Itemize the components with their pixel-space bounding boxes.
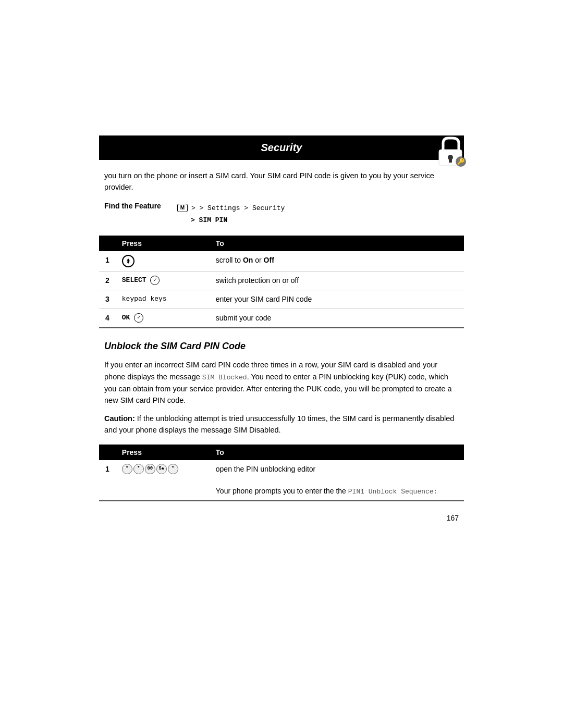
key-sequence: * * 00 5▲ * [122, 464, 178, 474]
table-row: 1 * * 00 5▲ * open the PIN unblocking ed… [99, 460, 464, 501]
to-cell: enter your SIM card PIN code [210, 290, 464, 309]
find-feature-value: M > > Settings > Security > SIM PIN [177, 202, 285, 227]
table-header-to: To [210, 445, 464, 460]
row-num: 3 [99, 290, 116, 309]
key-5: * [168, 464, 178, 474]
sim-blocked-text: SIM Blocked [202, 374, 247, 381]
press-cell: * * 00 5▲ * [116, 460, 210, 501]
section-paragraph-1: If you enter an incorrect SIM card PIN c… [99, 359, 464, 406]
table-row: 4 OK ✓ submit your code [99, 309, 464, 328]
table-header-num [99, 445, 116, 460]
key-4: 5▲ [156, 464, 167, 474]
caution-paragraph: Caution: If the unblocking attempt is tr… [99, 413, 464, 436]
sim-disabled-text: SIM Disabled [234, 426, 278, 434]
svg-marker-5 [127, 258, 130, 261]
to-cell: switch protection on or off [210, 272, 464, 290]
find-feature-section: Find the Feature M > > Settings > Securi… [99, 202, 464, 227]
press-cell: OK ✓ [116, 309, 210, 328]
feature-subpath: > SIM PIN [191, 216, 227, 224]
page-container: Security 🔑 you turn on the phone or inse… [99, 0, 464, 728]
to-cell: submit your code [210, 309, 464, 328]
table-row: 1 scroll to On or Off [99, 251, 464, 272]
table-header-press: Press [116, 236, 210, 251]
first-instruction-table: Press To 1 scroll to On or Off [99, 236, 464, 328]
second-instruction-table: Press To 1 * * 00 5▲ * open th [99, 445, 464, 502]
section-title: Security [109, 142, 454, 154]
svg-marker-6 [127, 262, 130, 264]
svg-rect-2 [449, 158, 452, 163]
table-row: 3 keypad keys enter your SIM card PIN co… [99, 290, 464, 309]
security-header: Security 🔑 [99, 135, 464, 160]
intro-paragraph: you turn on the phone or insert a SIM ca… [99, 170, 464, 193]
pin-unblock-sequence: PIN1 Unblock Sequence: [348, 488, 438, 496]
row-num: 1 [99, 460, 116, 501]
table-header-press: Press [116, 445, 210, 460]
caution-label: Caution: [104, 414, 135, 423]
key-3: 00 [145, 464, 155, 474]
table-header-to: To [210, 236, 464, 251]
svg-point-7 [127, 261, 129, 262]
press-cell: keypad keys [116, 290, 210, 309]
to-cell: scroll to On or Off [210, 251, 464, 272]
table-header-num [99, 236, 116, 251]
key-2: * [133, 464, 144, 474]
page-number: 167 [99, 514, 464, 522]
row-num: 2 [99, 272, 116, 290]
svg-text:🔑: 🔑 [457, 157, 465, 165]
lock-icon: 🔑 [434, 133, 469, 168]
press-cell: SELECT ✓ [116, 272, 210, 290]
row-num: 4 [99, 309, 116, 328]
to-line2: Your phone prompts you to enter the [216, 487, 334, 495]
key-1: * [122, 464, 132, 474]
table-row: 2 SELECT ✓ switch protection on or off [99, 272, 464, 290]
to-cell: open the PIN unblocking editor Your phon… [210, 460, 464, 501]
feature-path: > > Settings > Security [191, 204, 285, 212]
to-line1: open the PIN unblocking editor [216, 465, 315, 473]
section-heading: Unblock the SIM Card PIN Code [99, 341, 464, 352]
find-feature-label: Find the Feature [104, 202, 177, 210]
press-cell [116, 251, 210, 272]
row-num: 1 [99, 251, 116, 272]
menu-icon: M [177, 204, 188, 212]
